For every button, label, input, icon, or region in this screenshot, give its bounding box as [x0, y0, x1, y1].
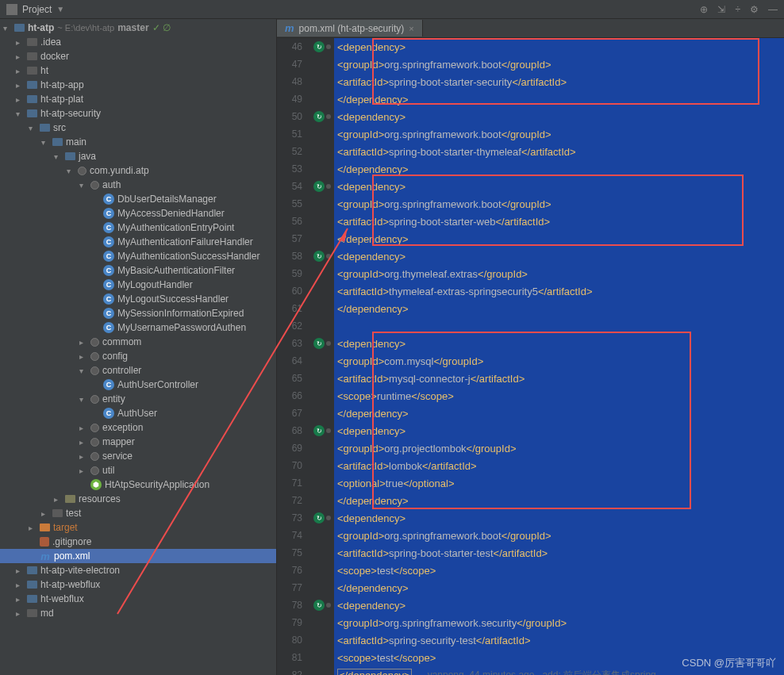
code-line[interactable]: <groupId>org.springframework.security</g… — [337, 614, 784, 631]
spring-gutter-icon[interactable]: ↻ — [313, 251, 325, 262]
tree-item[interactable]: docker — [0, 49, 276, 63]
tree-item[interactable]: ⬢HtAtpSecurityApplication — [0, 477, 276, 492]
expand-arrow-icon[interactable] — [79, 366, 87, 375]
tree-item[interactable]: auth — [0, 178, 276, 192]
code-line[interactable]: <dependency> — [337, 247, 784, 265]
spring-gutter-icon[interactable]: ↻ — [313, 512, 325, 524]
expand-arrow-icon[interactable] — [54, 152, 62, 161]
tree-item[interactable]: entity — [0, 392, 276, 406]
tree-item[interactable]: CMyLogoutSuccessHandler — [0, 292, 276, 306]
tree-item[interactable]: controller — [0, 363, 276, 378]
expand-arrow-icon[interactable] — [54, 495, 62, 504]
expand-arrow-icon[interactable] — [41, 138, 49, 147]
code-area[interactable]: <dependency> <groupId>org.springframewor… — [334, 38, 784, 675]
tree-item[interactable]: ht-atp-security — [0, 106, 276, 121]
tree-item[interactable]: CMyUsernamePasswordAuthen — [0, 320, 276, 335]
tree-item[interactable]: md — [0, 606, 276, 620]
code-line[interactable]: <artifactId>spring-security-test</artifa… — [337, 631, 784, 649]
tree-item[interactable]: CAuthUser — [0, 406, 276, 420]
code-lens[interactable]: yanpeng, 44 minutes ago · add: 前后端分离集成sp… — [428, 669, 656, 676]
expand-arrow-icon[interactable] — [79, 338, 87, 347]
expand-arrow-icon[interactable] — [79, 181, 87, 190]
locate-icon[interactable]: ⊕ — [700, 4, 708, 15]
settings-icon[interactable]: ⚙ — [750, 4, 759, 15]
tree-item[interactable]: test — [0, 506, 276, 520]
spring-gutter-icon[interactable]: ↻ — [313, 600, 325, 611]
expand-arrow-icon[interactable] — [16, 67, 24, 75]
tab-pom-xml[interactable]: m pom.xml (ht-atp-security) × — [277, 20, 423, 36]
tree-root[interactable]: ht-atp ~ E:\dev\ht-atp master ✓ ∅ — [0, 21, 276, 35]
tree-item[interactable]: util — [0, 463, 276, 477]
code-line[interactable]: </dependency> — [337, 579, 784, 596]
tree-item[interactable]: ht — [0, 63, 276, 78]
expand-arrow-icon[interactable] — [16, 109, 24, 118]
tree-item[interactable]: config — [0, 349, 276, 363]
expand-arrow-icon[interactable] — [16, 95, 24, 104]
project-view-icon[interactable] — [6, 4, 17, 15]
tree-item[interactable]: target — [0, 520, 276, 535]
tree-item[interactable]: CMyAccessDeniedHandler — [0, 206, 276, 221]
tree-item[interactable]: CMyAuthenticationFailureHandler — [0, 235, 276, 249]
code-editor[interactable]: 46↻47484950↻51525354↻55565758↻5960616263… — [277, 38, 784, 675]
expand-arrow-icon[interactable] — [79, 395, 87, 404]
code-line[interactable]: <dependency> — [337, 596, 784, 614]
tree-item[interactable]: ht-atp-vite-electron — [0, 563, 276, 577]
expand-arrow-icon[interactable] — [16, 566, 24, 575]
code-line[interactable]: <dependency> — [337, 509, 784, 527]
expand-arrow-icon[interactable] — [16, 609, 24, 618]
expand-arrow-icon[interactable] — [16, 595, 24, 604]
code-line[interactable]: <groupId>org.springframework.boot</group… — [337, 527, 784, 544]
tree-item[interactable]: ht-webflux — [0, 592, 276, 606]
tree-item[interactable]: ht-atp-plat — [0, 92, 276, 106]
tree-item[interactable]: CMyAuthenticationEntryPoint — [0, 221, 276, 235]
spring-gutter-icon[interactable]: ↻ — [313, 181, 325, 192]
tree-item[interactable]: resources — [0, 492, 276, 506]
expand-icon[interactable]: ⇲ — [717, 4, 725, 15]
code-line[interactable]: <artifactId>spring-boot-starter-thymelea… — [337, 143, 784, 160]
expand-arrow-icon[interactable] — [79, 466, 87, 475]
expand-arrow-icon[interactable] — [41, 509, 49, 518]
spring-gutter-icon[interactable]: ↻ — [313, 425, 325, 436]
expand-arrow-icon[interactable] — [67, 167, 75, 175]
hide-icon[interactable]: — — [768, 4, 778, 15]
expand-arrow-icon[interactable] — [79, 424, 87, 432]
tree-item[interactable]: src — [0, 121, 276, 135]
tree-item[interactable]: com.yundi.atp — [0, 163, 276, 178]
tree-item[interactable]: main — [0, 135, 276, 149]
spring-gutter-icon[interactable]: ↻ — [313, 111, 325, 122]
tree-item[interactable]: commom — [0, 335, 276, 349]
tree-item[interactable]: ht-atp-app — [0, 78, 276, 92]
code-line[interactable]: <dependency> — [337, 108, 784, 125]
tree-item[interactable]: mapper — [0, 435, 276, 449]
project-tree[interactable]: ht-atp ~ E:\dev\ht-atp master ✓ ∅.ideado… — [0, 19, 277, 675]
code-line[interactable]: <artifactId>thymeleaf-extras-springsecur… — [337, 282, 784, 300]
spring-gutter-icon[interactable]: ↻ — [313, 41, 325, 52]
tree-item[interactable]: ht-atp-webflux — [0, 577, 276, 592]
tree-item[interactable]: .gitignore — [0, 535, 276, 549]
collapse-icon[interactable]: ÷ — [735, 4, 740, 15]
expand-arrow-icon[interactable] — [16, 52, 24, 61]
tree-item[interactable]: CMyLogoutHandler — [0, 278, 276, 292]
expand-arrow-icon[interactable] — [29, 524, 37, 532]
tree-item[interactable]: CAuthUserController — [0, 378, 276, 392]
dropdown-icon[interactable]: ▼ — [56, 5, 64, 13]
expand-arrow-icon[interactable] — [16, 38, 24, 47]
spring-gutter-icon[interactable]: ↻ — [313, 338, 325, 349]
tree-item[interactable]: java — [0, 149, 276, 163]
tree-item[interactable]: exception — [0, 420, 276, 435]
code-line[interactable]: </dependency> — [337, 300, 784, 317]
expand-arrow-icon[interactable] — [79, 452, 87, 461]
tree-item[interactable]: CMySessionInformationExpired — [0, 306, 276, 320]
tree-item[interactable]: CMyAuthenticationSuccessHandler — [0, 249, 276, 263]
expand-arrow-icon[interactable] — [79, 352, 87, 361]
expand-arrow-icon[interactable] — [29, 124, 37, 132]
expand-arrow-icon[interactable] — [16, 81, 24, 90]
expand-arrow-icon[interactable] — [79, 438, 87, 447]
code-line[interactable]: <groupId>org.springframework.boot</group… — [337, 125, 784, 143]
code-line[interactable]: <artifactId>spring-boot-starter-test</ar… — [337, 544, 784, 562]
tree-item[interactable]: .idea — [0, 35, 276, 49]
code-line[interactable]: <scope>test</scope> — [337, 562, 784, 579]
expand-arrow-icon[interactable] — [16, 581, 24, 589]
tree-item[interactable]: service — [0, 449, 276, 463]
tree-item[interactable]: CMyBasicAuthenticationFilter — [0, 263, 276, 278]
